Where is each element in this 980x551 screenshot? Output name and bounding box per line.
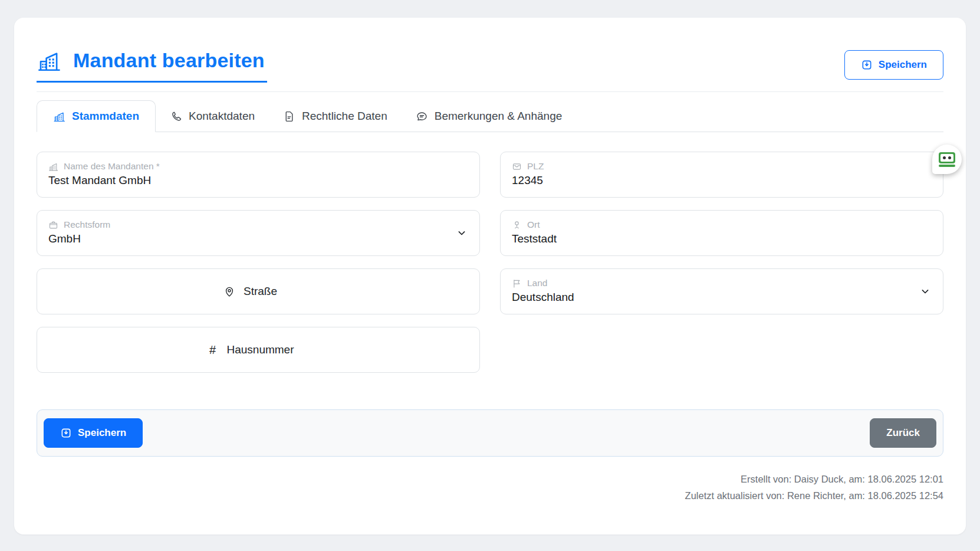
- form-column-left: Name des Mandanten * Test Mandant GmbH R…: [37, 152, 480, 373]
- save-button-top-label: Speichern: [879, 59, 927, 71]
- record-meta: Erstellt von: Daisy Duck, am: 18.06.2025…: [37, 471, 943, 504]
- save-button-top[interactable]: Speichern: [844, 50, 943, 80]
- strasse-field[interactable]: Straße: [37, 268, 480, 314]
- tab-stammdaten[interactable]: Stammdaten: [37, 100, 156, 132]
- save-icon: [861, 59, 873, 71]
- field-label: Ort: [527, 219, 540, 231]
- field-label: Land: [527, 278, 547, 289]
- page-header: Mandant bearbeiten Speichern: [37, 48, 943, 92]
- tab-label: Rechtliche Daten: [302, 110, 387, 123]
- created-by-text: Erstellt von: Daisy Duck, am: 18.06.2025…: [37, 471, 943, 487]
- rechtsform-select[interactable]: Rechtsform GmbH: [37, 210, 480, 256]
- stammdaten-form: Name des Mandanten * Test Mandant GmbH R…: [37, 152, 943, 373]
- save-button-bottom[interactable]: Speichern: [44, 418, 143, 448]
- buildings-icon: [37, 48, 61, 73]
- rechtsform-value: GmbH: [48, 232, 452, 247]
- speech-bubble-icon: [416, 110, 428, 123]
- tab-label: Bemerkungen & Anhänge: [435, 110, 563, 123]
- location-pin-icon: [512, 220, 522, 230]
- buildings-icon: [53, 110, 65, 123]
- hash-icon: #: [206, 343, 218, 357]
- briefcase-icon: [48, 220, 58, 230]
- mandant-name-field[interactable]: Name des Mandanten * Test Mandant GmbH: [37, 152, 480, 198]
- field-label: PLZ: [527, 161, 544, 172]
- field-label: Name des Mandanten *: [64, 161, 160, 172]
- plz-label-row: PLZ: [512, 161, 916, 172]
- rechtsform-label-row: Rechtsform: [48, 219, 452, 231]
- back-button[interactable]: Zurück: [870, 418, 936, 448]
- tab-bemerkungen-anhaenge[interactable]: Bemerkungen & Anhänge: [402, 101, 577, 132]
- map-pin-icon: [223, 286, 235, 297]
- land-select[interactable]: Land Deutschland: [500, 268, 943, 314]
- flag-icon: [512, 278, 522, 288]
- mandant-name-label-row: Name des Mandanten *: [48, 161, 452, 172]
- chevron-down-icon[interactable]: [919, 286, 931, 297]
- hausnummer-field[interactable]: # Hausnummer: [37, 327, 480, 373]
- tab-label: Kontaktdaten: [189, 110, 255, 123]
- page-title-wrap: Mandant bearbeiten: [37, 48, 267, 83]
- land-label-row: Land: [512, 278, 916, 289]
- tab-label: Stammdaten: [72, 110, 139, 123]
- page-title: Mandant bearbeiten: [73, 50, 265, 71]
- phone-icon: [170, 110, 182, 123]
- updated-by-text: Zuletzt aktualisiert von: Rene Richter, …: [37, 487, 943, 504]
- tab-bar: Stammdaten Kontaktdaten Rechtliche Daten…: [37, 100, 943, 132]
- save-icon: [60, 427, 72, 439]
- field-label: Rechtsform: [64, 219, 110, 231]
- action-bar: Speichern Zurück: [37, 409, 943, 457]
- strasse-placeholder: Straße: [244, 285, 277, 298]
- document-icon: [283, 110, 295, 123]
- plz-field[interactable]: PLZ 12345: [500, 152, 943, 198]
- tab-rechtliche-daten[interactable]: Rechtliche Daten: [269, 101, 402, 132]
- land-value: Deutschland: [512, 290, 916, 305]
- robot-base: [939, 165, 955, 167]
- form-column-right: PLZ 12345 Ort Teststadt Land Deutschland: [500, 152, 943, 373]
- ort-field[interactable]: Ort Teststadt: [500, 210, 943, 256]
- buildings-icon: [48, 162, 58, 172]
- tab-kontaktdaten[interactable]: Kontaktdaten: [156, 101, 269, 132]
- roboform-extension-icon[interactable]: [932, 145, 962, 174]
- chevron-down-icon[interactable]: [456, 227, 468, 239]
- mandant-name-value: Test Mandant GmbH: [48, 173, 452, 188]
- robot-icon: [939, 152, 955, 163]
- hausnummer-placeholder: Hausnummer: [226, 343, 294, 356]
- mailbox-icon: [512, 162, 522, 172]
- save-button-bottom-label: Speichern: [78, 427, 126, 439]
- mandant-edit-card: Mandant bearbeiten Speichern Stammdaten …: [14, 18, 966, 534]
- ort-label-row: Ort: [512, 219, 916, 231]
- robot-eyes: [940, 154, 953, 162]
- back-button-label: Zurück: [886, 427, 920, 439]
- ort-value: Teststadt: [512, 232, 916, 247]
- plz-value: 12345: [512, 173, 916, 188]
